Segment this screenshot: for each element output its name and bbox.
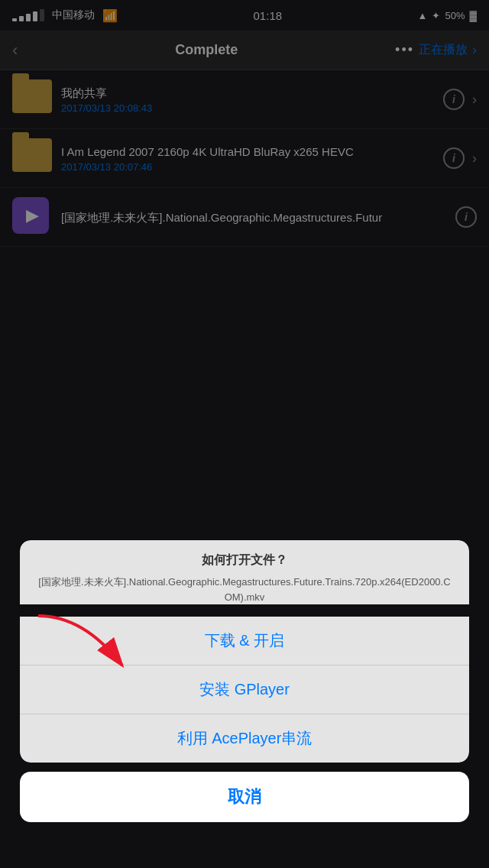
aceplayer-stream-button[interactable]: 利用 AcePlayer串流 — [20, 714, 470, 763]
action-sheet-filename: [国家地理.未来火车].National.Geographic.Megastru… — [35, 575, 455, 604]
cancel-button[interactable]: 取消 — [20, 772, 470, 822]
action-sheet-title: 如何打开文件？ — [35, 552, 455, 568]
arrow-annotation — [23, 608, 145, 685]
overlay: 如何打开文件？ [国家地理.未来火车].National.Geographic.… — [0, 0, 489, 868]
action-sheet-header: 如何打开文件？ [国家地理.未来火车].National.Geographic.… — [20, 540, 470, 604]
